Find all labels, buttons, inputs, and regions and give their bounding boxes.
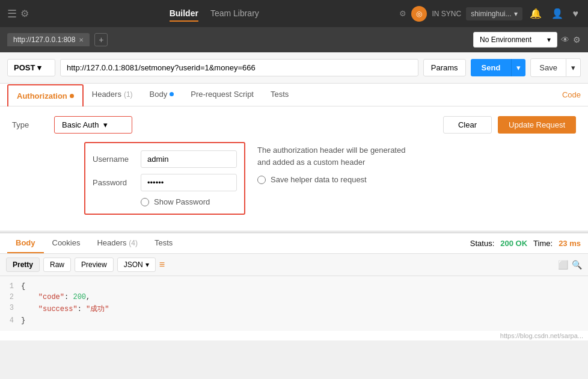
- bottom-body-label: Body: [16, 238, 35, 247]
- auth-type-value: Basic Auth: [62, 120, 99, 129]
- bottom-body-tab[interactable]: Body: [7, 233, 44, 253]
- code-toolbar: Pretty Raw Preview JSON ▾ ≡ ⬜ 🔍: [0, 254, 588, 276]
- bottom-headers-badge: (4): [129, 239, 138, 247]
- clear-button[interactable]: Clear: [443, 116, 492, 134]
- username-row: Username: [93, 150, 237, 168]
- bottom-panel: Body Cookies Headers (4) Tests Status: 2…: [0, 232, 588, 340]
- headers-tab[interactable]: Headers (1): [84, 84, 141, 106]
- type-label: Type: [12, 120, 48, 129]
- chevron-down-icon: ▾: [103, 120, 108, 129]
- headers-badge: (1): [124, 90, 133, 99]
- eye-icon[interactable]: 👁: [561, 35, 569, 45]
- status-value: 200 OK: [500, 239, 527, 248]
- show-password-radio[interactable]: [141, 198, 149, 206]
- main-content: POST ▾ Params Send ▾ Save ▾ Authorizatio…: [0, 52, 588, 230]
- authorization-tab-label: Authorization: [17, 91, 67, 100]
- gear-icon: ⚙: [399, 9, 406, 18]
- bottom-tabs-row: Body Cookies Headers (4) Tests Status: 2…: [0, 233, 588, 254]
- username-input[interactable]: [141, 150, 237, 168]
- raw-button[interactable]: Raw: [43, 257, 71, 272]
- watermark: https://blog.csdn.net/sarpa...: [0, 331, 588, 340]
- preview-button[interactable]: Preview: [75, 257, 114, 272]
- update-request-button[interactable]: Update Request: [498, 116, 576, 134]
- line-num-4: 4: [0, 316, 21, 325]
- code-line-2: 2 "code": 200,: [0, 292, 588, 303]
- save-btn-group: Save ▾: [530, 58, 581, 77]
- line-num-1: 1: [0, 282, 21, 291]
- headers-tab-label: Headers: [92, 90, 121, 99]
- team-library-tab[interactable]: Team Library: [210, 8, 259, 19]
- settings-icon[interactable]: ⚙: [573, 35, 581, 45]
- filter-icon[interactable]: ≡: [159, 259, 165, 270]
- sync-status: IN SYNC: [432, 10, 461, 18]
- line-num-3: 3: [0, 304, 21, 314]
- bottom-cookies-tab[interactable]: Cookies: [44, 233, 89, 253]
- auth-dot: [70, 94, 74, 98]
- tab-url-text: http://127.0.0.1:808: [13, 35, 75, 44]
- line-num-2: 2: [0, 293, 21, 301]
- chevron-down-icon: ▾: [37, 63, 41, 72]
- time-label: Time:: [533, 239, 553, 248]
- auth-type-row: Type Basic Auth ▾ Clear Update Request: [12, 116, 576, 134]
- people-icon[interactable]: 👤: [549, 5, 566, 22]
- bottom-tests-tab[interactable]: Tests: [146, 233, 181, 253]
- env-label: No Environment: [480, 35, 531, 44]
- environment-dropdown[interactable]: No Environment ▾: [473, 32, 557, 48]
- auth-panel: Type Basic Auth ▾ Clear Update Request U…: [0, 106, 588, 230]
- chevron-down-icon: ▾: [514, 10, 518, 18]
- line-content-3: "success": "成功": [21, 304, 109, 314]
- code-link[interactable]: Code: [562, 90, 581, 99]
- copy-button[interactable]: ⬜: [558, 260, 568, 270]
- body-dot: [170, 92, 174, 96]
- url-input[interactable]: [60, 59, 418, 76]
- add-tab-button[interactable]: +: [94, 33, 108, 46]
- builder-tab[interactable]: Builder: [170, 6, 198, 22]
- chevron-down-icon: ▾: [145, 260, 149, 269]
- active-url-tab[interactable]: http://127.0.0.1:808 ✕: [7, 33, 90, 46]
- line-content-4: }: [21, 316, 25, 325]
- send-dropdown-button[interactable]: ▾: [511, 59, 525, 76]
- bottom-cookies-label: Cookies: [52, 238, 81, 247]
- pre-request-script-tab[interactable]: Pre-request Script: [182, 84, 262, 106]
- credentials-form: Username Password Show Password: [84, 142, 245, 215]
- menu-icon[interactable]: ☰: [7, 7, 17, 20]
- auth-info-text: The authorization header will be generat…: [257, 144, 576, 168]
- body-tab-label: Body: [150, 90, 168, 99]
- chevron-down-icon: ▾: [547, 35, 551, 44]
- method-label: POST: [14, 63, 35, 72]
- save-helper-radio[interactable]: [257, 176, 266, 184]
- bottom-headers-tab[interactable]: Headers (4): [88, 233, 145, 253]
- line-content-1: {: [21, 282, 25, 291]
- save-helper-row: Save helper data to request: [257, 175, 576, 184]
- params-button[interactable]: Params: [423, 59, 466, 76]
- status-area: Status: 200 OK Time: 23 ms: [470, 239, 581, 248]
- logo-icon: ⚙: [20, 8, 29, 19]
- credentials-row: Username Password Show Password The auth…: [12, 142, 576, 221]
- heart-icon[interactable]: ♥: [571, 6, 581, 22]
- close-tab-icon[interactable]: ✕: [79, 37, 84, 43]
- request-tabs-row: Authorization Headers (1) Body Pre-reque…: [0, 84, 588, 106]
- authorization-tab[interactable]: Authorization: [7, 84, 84, 106]
- pretty-button[interactable]: Pretty: [6, 257, 40, 272]
- auth-type-dropdown[interactable]: Basic Auth ▾: [54, 116, 132, 134]
- body-tab[interactable]: Body: [141, 84, 183, 106]
- user-dropdown[interactable]: shiminghui... ▾: [466, 7, 522, 20]
- method-dropdown[interactable]: POST ▾: [7, 59, 55, 76]
- request-line: POST ▾ Params Send ▾ Save ▾: [0, 52, 588, 84]
- code-line-1: 1 {: [0, 281, 588, 292]
- username-label: shiminghui...: [471, 10, 511, 18]
- save-button[interactable]: Save: [530, 58, 566, 77]
- top-navigation: ☰ ⚙ Builder Team Library ⚙ ◎ IN SYNC shi…: [0, 0, 588, 27]
- send-button[interactable]: Send: [471, 59, 512, 76]
- password-input[interactable]: [141, 174, 237, 191]
- tests-tab[interactable]: Tests: [262, 84, 297, 106]
- json-format-dropdown[interactable]: JSON ▾: [117, 257, 156, 272]
- sync-icon: ◎: [411, 6, 427, 22]
- pre-request-script-label: Pre-request Script: [191, 90, 254, 99]
- search-button[interactable]: 🔍: [572, 260, 582, 270]
- password-row: Password: [93, 174, 237, 191]
- status-label: Status:: [470, 239, 494, 248]
- tests-tab-label: Tests: [271, 90, 289, 99]
- notification-icon[interactable]: 🔔: [527, 5, 544, 22]
- save-dropdown-button[interactable]: ▾: [566, 58, 581, 77]
